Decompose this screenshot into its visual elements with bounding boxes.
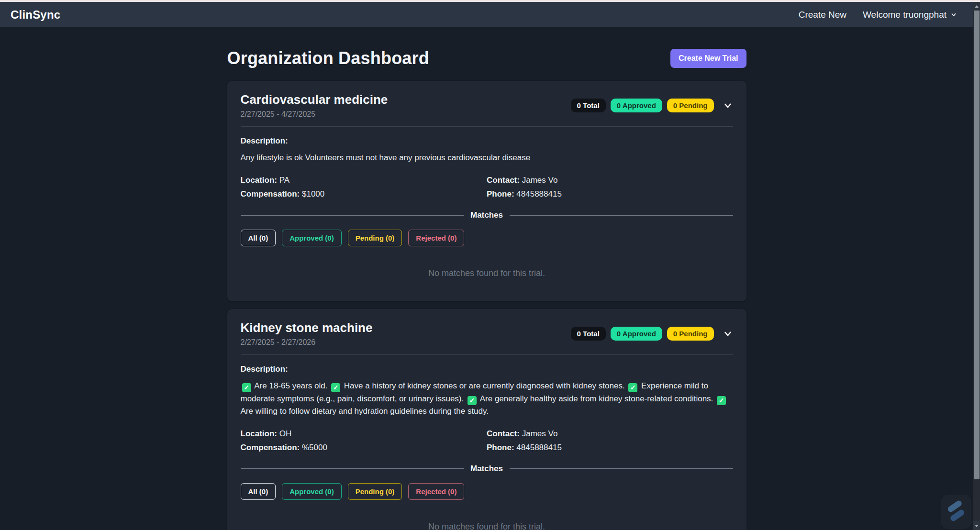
pending-badge: 0 Pending (667, 327, 714, 341)
phone-field: Phone: 4845888415 (487, 189, 733, 199)
filter-approved-button[interactable]: Approved (0) (282, 230, 342, 246)
trial-dates: 2/27/2025 - 4/27/2025 (241, 110, 388, 119)
matches-divider: Matches (241, 210, 733, 220)
filter-rejected-button[interactable]: Rejected (0) (408, 483, 464, 500)
overlay-logo-button[interactable] (941, 495, 971, 529)
matches-label: Matches (470, 210, 503, 220)
main-content: Organization Dashboard Create New Trial … (0, 27, 973, 530)
trial-info-grid: Location: PA Contact: James Vo Compensat… (241, 176, 733, 199)
total-badge: 0 Total (571, 99, 606, 112)
scrollbar[interactable] (973, 2, 980, 530)
check-mark-icon: ✓ (628, 383, 637, 392)
page-title: Organization Dashboard (227, 48, 429, 68)
trial-card-header[interactable]: Cardiovascular medicine 2/27/2025 - 4/27… (227, 81, 746, 126)
no-matches-message: No matches found for this trial. (241, 522, 733, 530)
contact-field: Contact: James Vo (487, 429, 733, 439)
pending-badge: 0 Pending (667, 99, 714, 112)
trial-card-cardiovascular: Cardiovascular medicine 2/27/2025 - 4/27… (227, 81, 746, 301)
description-text: Any lifestyle is ok Volunteers must not … (241, 152, 733, 164)
phone-field: Phone: 4845888415 (487, 443, 733, 453)
nav-create-new[interactable]: Create New (799, 10, 846, 20)
create-new-trial-button[interactable]: Create New Trial (670, 49, 746, 68)
chevron-down-icon[interactable] (723, 100, 733, 111)
location-field: Location: PA (241, 176, 487, 185)
matches-label: Matches (470, 464, 503, 474)
filter-pending-button[interactable]: Pending (0) (348, 230, 402, 246)
nav-user-menu[interactable]: Welcome truongphat (863, 10, 957, 20)
scrollbar-up-arrow[interactable] (973, 2, 980, 11)
page-header: Organization Dashboard Create New Trial (227, 48, 746, 68)
app-logo[interactable]: ClinSync (11, 8, 60, 22)
filter-all-button[interactable]: All (0) (241, 230, 276, 246)
check-mark-icon: ✓ (468, 396, 477, 405)
check-mark-icon: ✓ (242, 383, 251, 392)
filter-all-button[interactable]: All (0) (241, 483, 276, 500)
trial-title: Kidney stone machine (241, 320, 373, 335)
check-mark-icon: ✓ (717, 396, 726, 405)
compensation-field: Compensation: %5000 (241, 443, 487, 453)
trial-card-kidney-stone: Kidney stone machine 2/27/2025 - 2/27/20… (227, 309, 746, 530)
location-field: Location: OH (241, 429, 487, 439)
match-filters: All (0) Approved (0) Pending (0) Rejecte… (241, 483, 733, 500)
contact-field: Contact: James Vo (487, 176, 733, 185)
navbar: ClinSync Create New Welcome truongphat (0, 2, 973, 27)
trial-info-grid: Location: OH Contact: James Vo Compensat… (241, 429, 733, 453)
trial-dates: 2/27/2025 - 2/27/2026 (241, 338, 373, 347)
check-mark-icon: ✓ (331, 383, 340, 392)
total-badge: 0 Total (571, 327, 606, 341)
chevron-down-icon[interactable] (723, 329, 733, 339)
compensation-field: Compensation: $1000 (241, 189, 487, 199)
trial-card-body: Description: ✓ Are 18-65 years old. ✓ Ha… (227, 355, 746, 530)
description-label: Description: (241, 136, 733, 146)
filter-rejected-button[interactable]: Rejected (0) (408, 230, 464, 246)
approved-badge: 0 Approved (611, 99, 662, 112)
navbar-links: Create New Welcome truongphat (799, 10, 957, 20)
match-filters: All (0) Approved (0) Pending (0) Rejecte… (241, 230, 733, 246)
trial-card-body: Description: Any lifestyle is ok Volunte… (227, 127, 746, 301)
trial-title: Cardiovascular medicine (241, 92, 388, 107)
approved-badge: 0 Approved (611, 327, 662, 341)
scrollbar-thumb[interactable] (974, 11, 980, 479)
filter-approved-button[interactable]: Approved (0) (282, 483, 342, 500)
filter-pending-button[interactable]: Pending (0) (348, 483, 402, 500)
matches-divider: Matches (241, 464, 733, 474)
description-text: ✓ Are 18-65 years old. ✓ Have a history … (241, 380, 733, 418)
nav-user-menu-label: Welcome truongphat (863, 10, 947, 20)
description-label: Description: (241, 364, 733, 374)
s-logo-icon (944, 497, 969, 526)
chevron-down-icon (950, 11, 957, 18)
trial-card-header[interactable]: Kidney stone machine 2/27/2025 - 2/27/20… (227, 309, 746, 354)
no-matches-message: No matches found for this trial. (241, 268, 733, 278)
scrollbar-down-arrow[interactable] (973, 521, 980, 530)
